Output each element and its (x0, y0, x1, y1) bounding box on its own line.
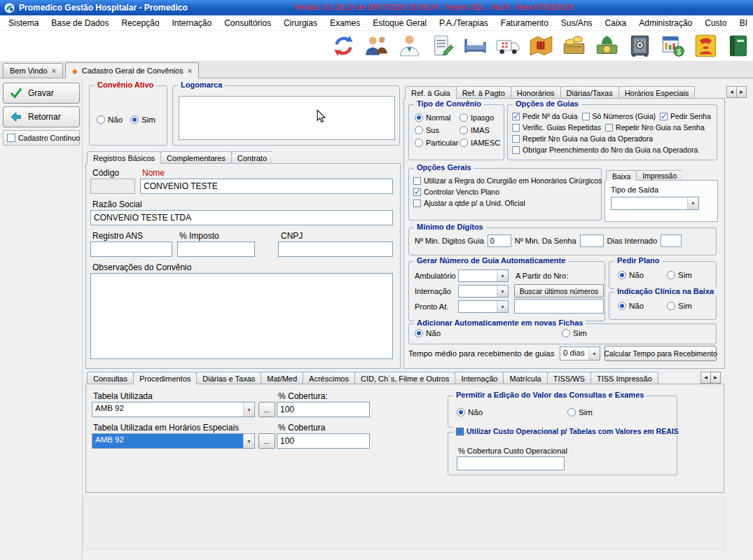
return-button[interactable]: Retornar (3, 106, 80, 127)
tab-ref-pagto[interactable]: Ref. à Pagto (456, 86, 511, 99)
checkbox-obrigar-preenchimento[interactable]: Obrigar Preenchimento do Nro da Guia na … (512, 146, 698, 154)
cadastro-continuo-checkbox[interactable]: Cadastro Contínuo (3, 130, 80, 146)
tab-contrato[interactable]: Contrato (231, 151, 272, 164)
close-icon[interactable]: × (52, 66, 56, 75)
radio-pedir-plano-nao[interactable]: Não (618, 271, 644, 279)
tab-impressao[interactable]: Impressão (636, 170, 682, 181)
tabela-utilizada-select[interactable]: AMB 92 ▼ (92, 402, 255, 417)
radio-adicionar-nao[interactable]: Não (415, 329, 441, 337)
chevron-down-icon[interactable]: ▼ (243, 434, 254, 448)
radio-sus[interactable]: Sus (415, 126, 439, 134)
scroll-right-icon[interactable]: ► (736, 86, 747, 98)
stock-icon[interactable] (529, 34, 553, 58)
tab-ref-guia[interactable]: Ref. à Guia (405, 86, 457, 99)
menu-sus-ans[interactable]: Sus/Ans (555, 16, 599, 30)
tab-procedimentos[interactable]: Procedimentos (133, 372, 197, 384)
tab-diarias-taxas[interactable]: Diárias/Taxas (560, 86, 619, 99)
radio-ativo-sim[interactable]: Sim (130, 115, 156, 124)
radio-indicacao-sim[interactable]: Sim (667, 302, 692, 310)
close-icon[interactable]: × (188, 66, 192, 75)
imposto-input[interactable] (177, 241, 255, 257)
menu-internacao[interactable]: Internação (165, 16, 218, 30)
custo-operacional-checkbox[interactable] (456, 428, 464, 435)
menu-faturamento[interactable]: Faturamento (495, 16, 555, 30)
dias-internado-input[interactable] (661, 234, 682, 247)
cobertura-custo-input[interactable] (457, 456, 565, 470)
tab-tiss-ws[interactable]: TISS/WS (547, 372, 591, 384)
nome-input[interactable] (140, 178, 393, 194)
tab-cid-chs-filme[interactable]: CID, Ch´s, Filme e Outros (354, 372, 456, 384)
bed-icon[interactable] (463, 34, 488, 58)
internacao-select[interactable]: ▼ (458, 285, 509, 298)
tab-acrescimos[interactable]: Acréscimos (303, 372, 355, 384)
radio-imas[interactable]: IMAS (460, 126, 490, 134)
tab-consultas[interactable]: Consultas (87, 372, 134, 384)
menu-estoque-geral[interactable]: Estoque Geral (366, 16, 433, 30)
cobertura-esp-input[interactable] (277, 433, 370, 449)
chevron-down-icon[interactable]: ▼ (687, 197, 698, 209)
reception-icon[interactable] (364, 34, 389, 58)
calcular-tempo-button[interactable]: Calcular Tempo para Recebimento (605, 346, 717, 361)
radio-particular[interactable]: Particular (415, 139, 458, 147)
buscar-ultimos-numeros-button[interactable]: Buscar últimos números (514, 284, 604, 298)
tab-bem-vindo[interactable]: Bem Vindo × (3, 63, 63, 78)
scroll-right-icon[interactable]: ► (710, 372, 721, 384)
menu-custo[interactable]: Custo (698, 16, 733, 30)
checkbox-pedir-numero-guia[interactable]: Pedir Nº da Guia (512, 112, 578, 120)
razao-social-input[interactable] (90, 210, 393, 225)
checkbox-so-numeros[interactable]: Só Números (Guia) (582, 112, 656, 120)
chevron-down-icon[interactable]: ▼ (588, 347, 600, 360)
tab-registros-basicos[interactable]: Registros Básicos (87, 151, 161, 164)
chevron-down-icon[interactable]: ▼ (497, 270, 508, 281)
checkbox-controlar-vencto[interactable]: Controlar Vencto Plano (413, 188, 499, 196)
sync-icon[interactable] (331, 34, 356, 58)
checkbox-verific-guias-repetidas[interactable]: Verific. Guias Repetidas (512, 123, 601, 132)
chevron-down-icon[interactable]: ▼ (497, 301, 508, 312)
checkbox-repetir-nro-senha[interactable]: Repetir Nro Guia na Senha (605, 123, 705, 132)
a-partir-nro-input[interactable] (514, 299, 604, 314)
menu-sistema[interactable]: Sistema (2, 16, 45, 30)
menu-bi[interactable]: BI (733, 16, 753, 30)
ambulatorio-select[interactable]: ▼ (458, 270, 509, 282)
registro-ans-input[interactable] (90, 241, 172, 257)
radio-ativo-nao[interactable]: Não (97, 115, 123, 124)
tabela-browse-button[interactable]: ... (258, 402, 275, 417)
logomarca-canvas[interactable] (179, 96, 395, 140)
tabela-horarios-especiais-select[interactable]: AMB 92 ▼ (92, 433, 255, 449)
menu-administracao[interactable]: Administração (633, 16, 698, 30)
tabela-esp-browse-button[interactable]: ... (258, 433, 275, 449)
scroll-left-icon[interactable]: ◄ (700, 372, 711, 384)
cobertura-input[interactable] (277, 402, 370, 417)
menu-caixa[interactable]: Caixa (599, 16, 633, 30)
menu-base-de-dados[interactable]: Base de Dados (45, 16, 115, 30)
cnpj-input[interactable] (278, 241, 393, 257)
tab-cadastro-geral-convenios[interactable]: ◆ Cadastro Geral de Convênios × (65, 62, 199, 78)
chevron-down-icon[interactable]: ▼ (497, 286, 508, 297)
tab-internacao[interactable]: Internação (455, 372, 504, 384)
tab-matricula[interactable]: Matrícula (503, 372, 547, 384)
exams-icon[interactable] (430, 34, 455, 58)
pronto-at-select[interactable]: ▼ (458, 300, 509, 313)
doctor-icon[interactable] (397, 34, 422, 58)
checkbox-regra-cirurgiao[interactable]: Utilizar a Regra do Cirurgião em Honorár… (413, 176, 602, 185)
radio-ipasgo[interactable]: Ipasgo (460, 113, 494, 122)
radio-normal[interactable]: Normal (415, 113, 450, 122)
tab-honorarios[interactable]: Honorários (511, 86, 561, 99)
tab-mat-med[interactable]: Mat/Med (261, 372, 303, 384)
min-senha-input[interactable] (580, 234, 604, 247)
safe-icon[interactable] (628, 34, 652, 58)
radio-permitir-sim[interactable]: Sim (567, 408, 593, 416)
chevron-down-icon[interactable]: ▼ (243, 402, 254, 416)
menu-pa-terapias[interactable]: P.A./Terapias (433, 16, 495, 30)
book-icon[interactable] (726, 34, 751, 58)
assets-icon[interactable] (595, 34, 619, 58)
min-digitos-guia-input[interactable] (488, 234, 511, 247)
menu-consultorios[interactable]: Consultórios (218, 16, 277, 30)
checkbox-pedir-senha[interactable]: Pedir Senha (660, 112, 711, 120)
ambulance-icon[interactable] (496, 34, 520, 58)
radio-permitir-nao[interactable]: Não (457, 408, 483, 416)
tab-tiss-impressao[interactable]: TISS Impressão (590, 372, 658, 384)
menu-cirurgias[interactable]: Cirurgias (277, 16, 324, 30)
finance-icon[interactable]: $ (661, 34, 685, 58)
radio-iamesc[interactable]: IAMESC (460, 139, 500, 147)
